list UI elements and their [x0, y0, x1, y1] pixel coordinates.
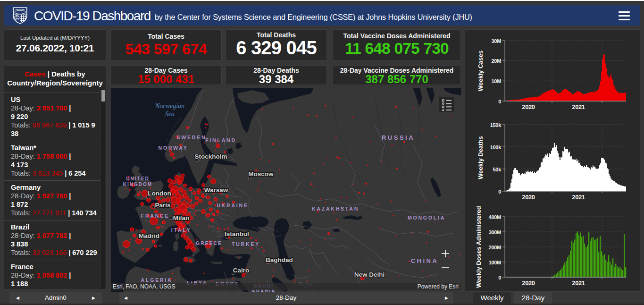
svg-text:Baghdad: Baghdad [266, 256, 293, 263]
svg-text:2021: 2021 [572, 280, 585, 287]
svg-text:Weekly Cases: Weekly Cases [477, 51, 484, 92]
svg-text:Weekly Deaths: Weekly Deaths [477, 136, 484, 179]
svg-text:UNITED: UNITED [126, 176, 149, 181]
svg-text:ALGERIA: ALGERIA [141, 277, 173, 283]
svg-text:Madrid: Madrid [139, 232, 159, 239]
svg-text:400M: 400M [489, 214, 501, 220]
svg-text:Norwegian: Norwegian [155, 102, 184, 110]
svg-text:TURKEY: TURKEY [232, 241, 260, 247]
svg-text:MONGOLIA: MONGOLIA [408, 215, 445, 220]
svg-text:Moscow: Moscow [248, 170, 274, 178]
svg-text:300M: 300M [489, 229, 501, 235]
svg-text:Warsaw: Warsaw [204, 186, 228, 194]
svg-text:CHINA: CHINA [411, 257, 439, 264]
svg-text:2020: 2020 [522, 194, 535, 201]
svg-text:Milan: Milan [173, 214, 190, 221]
svg-text:London: London [148, 190, 171, 197]
svg-text:ITALY: ITALY [171, 227, 192, 233]
svg-text:GREECE: GREECE [196, 241, 222, 246]
svg-text:2021: 2021 [572, 194, 585, 201]
svg-text:FINLAND: FINLAND [205, 137, 236, 143]
svg-text:RUSSIA: RUSSIA [382, 134, 415, 141]
svg-text:Paris: Paris [155, 202, 170, 209]
svg-text:Sea: Sea [165, 110, 175, 118]
svg-text:Cairo: Cairo [233, 267, 250, 274]
svg-text:150k: 150k [490, 122, 502, 128]
svg-text:Istanbul: Istanbul [225, 230, 249, 237]
svg-text:10M: 10M [492, 78, 502, 84]
svg-text:KINGDOM: KINGDOM [123, 182, 152, 187]
svg-text:New Delhi: New Delhi [354, 271, 385, 278]
svg-text:Powered by Esri: Powered by Esri [418, 283, 459, 290]
svg-text:2021: 2021 [572, 103, 585, 110]
svg-text:Stockholm: Stockholm [194, 153, 227, 160]
svg-text:NORWAY: NORWAY [159, 145, 188, 151]
svg-text:2020: 2020 [522, 103, 535, 110]
svg-text:0: 0 [498, 99, 501, 104]
svg-text:Weekly Doses Administered: Weekly Doses Administered [475, 206, 482, 288]
svg-text:Esri, FAO, NOAA, USGS: Esri, FAO, NOAA, USGS [113, 283, 176, 290]
svg-text:2020: 2020 [522, 280, 535, 287]
svg-text:0: 0 [498, 275, 501, 280]
svg-text:UKRAINE: UKRAINE [217, 203, 248, 208]
svg-text:30M: 30M [492, 38, 502, 44]
svg-text:200M: 200M [489, 245, 501, 250]
svg-text:KAZAKHSTAN: KAZAKHSTAN [312, 206, 359, 212]
svg-text:20M: 20M [492, 58, 502, 64]
svg-text:0: 0 [498, 189, 501, 195]
svg-text:100M: 100M [489, 260, 501, 265]
svg-text:FRANCE: FRANCE [141, 213, 170, 219]
svg-text:50k: 50k [493, 167, 502, 172]
svg-text:SWEDEN: SWEDEN [177, 135, 207, 140]
svg-text:100k: 100k [490, 144, 502, 150]
